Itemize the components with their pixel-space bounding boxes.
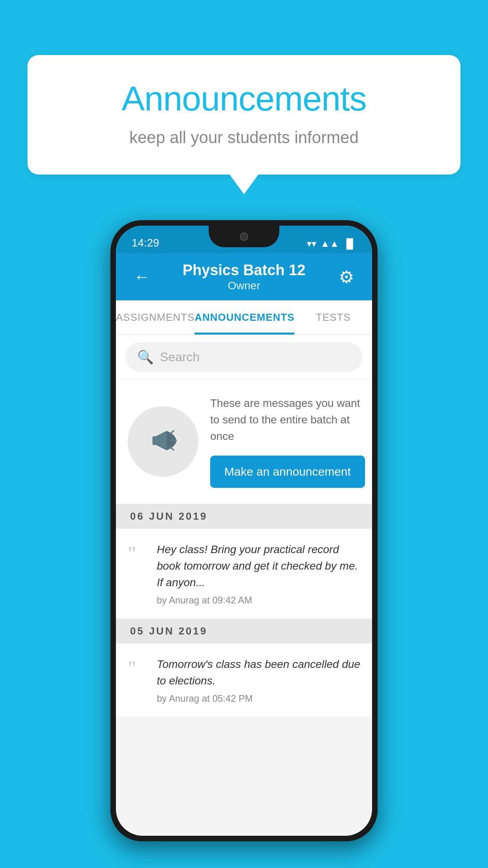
back-button[interactable]: ← (130, 267, 154, 286)
promo-section: These are messages you want to send to t… (116, 379, 372, 504)
batch-title: Physics Batch 12 (154, 262, 334, 279)
settings-icon[interactable]: ⚙ (334, 267, 358, 287)
search-placeholder: Search (160, 350, 200, 364)
announcement-item-1[interactable]: " Hey class! Bring your practical record… (116, 529, 372, 619)
svg-marker-0 (156, 431, 167, 451)
promo-right: These are messages you want to send to t… (210, 395, 365, 488)
camera-dot (240, 232, 248, 241)
announcement-item-2[interactable]: " Tomorrow's class has been cancelled du… (116, 644, 372, 717)
promo-icon-circle (128, 406, 198, 477)
status-icons: ▾▾ ▲▲ ▐▌ (307, 238, 356, 249)
tabs-bar: ASSIGNMENTS ANNOUNCEMENTS TESTS (116, 300, 372, 335)
speech-bubble-container: Announcements keep all your students inf… (28, 55, 460, 175)
announcement-content-1: Hey class! Bring your practical record b… (157, 541, 360, 606)
date-separator-2: 05 JUN 2019 (116, 619, 372, 644)
announcement-message-1: Hey class! Bring your practical record b… (157, 541, 360, 591)
tab-tests[interactable]: TESTS (294, 300, 372, 335)
announcement-meta-2: by Anurag at 05:42 PM (157, 693, 253, 704)
signal-icon: ▲▲ (320, 238, 339, 249)
announcement-content-2: Tomorrow's class has been cancelled due … (157, 656, 360, 704)
tab-assignments[interactable]: ASSIGNMENTS (116, 300, 194, 335)
batch-subtitle: Owner (154, 280, 334, 292)
wifi-icon: ▾▾ (307, 238, 316, 249)
announcements-subtitle: keep all your students informed (59, 128, 429, 147)
svg-line-4 (170, 447, 174, 450)
battery-icon: ▐▌ (343, 238, 356, 249)
phone-shell: 14:29 ▾▾ ▲▲ ▐▌ ← Physics Batch 12 Owner … (110, 220, 378, 841)
tab-announcements[interactable]: ANNOUNCEMENTS (194, 300, 294, 335)
announcement-meta-1: by Anurag at 09:42 AM (157, 595, 252, 605)
speech-bubble: Announcements keep all your students inf… (28, 55, 460, 175)
search-bar[interactable]: 🔍 Search (125, 342, 363, 372)
search-icon: 🔍 (137, 349, 154, 365)
make-announcement-button[interactable]: Make an announcement (210, 456, 365, 488)
search-container: 🔍 Search (116, 335, 372, 379)
megaphone-icon (145, 424, 181, 459)
announcement-message-2: Tomorrow's class has been cancelled due … (157, 656, 360, 689)
phone-screen: 14:29 ▾▾ ▲▲ ▐▌ ← Physics Batch 12 Owner … (116, 226, 372, 836)
announcements-title: Announcements (59, 79, 429, 119)
app-bar: ← Physics Batch 12 Owner ⚙ (116, 253, 372, 300)
quote-icon-1: " (128, 544, 147, 564)
status-time: 14:29 (132, 237, 159, 249)
svg-rect-1 (152, 436, 157, 445)
promo-description: These are messages you want to send to t… (210, 395, 365, 445)
date-separator-1: 06 JUN 2019 (116, 504, 372, 529)
phone-notch (209, 226, 279, 247)
phone-mockup: 14:29 ▾▾ ▲▲ ▐▌ ← Physics Batch 12 Owner … (110, 220, 378, 841)
quote-icon-2: " (128, 658, 147, 679)
svg-line-2 (170, 431, 174, 434)
app-bar-title-group: Physics Batch 12 Owner (154, 262, 334, 292)
